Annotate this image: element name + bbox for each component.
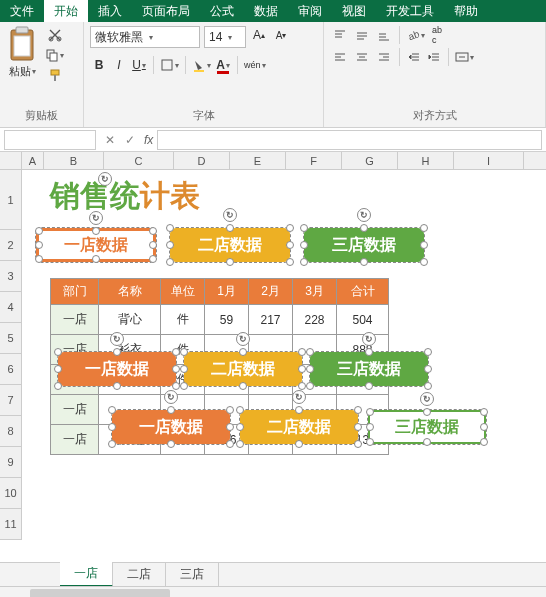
resize-handle[interactable] — [166, 258, 174, 266]
tab-review[interactable]: 审阅 — [288, 0, 332, 22]
tab-view[interactable]: 视图 — [332, 0, 376, 22]
resize-handle[interactable] — [239, 382, 247, 390]
resize-handle[interactable] — [236, 440, 244, 448]
resize-handle[interactable] — [226, 224, 234, 232]
sheet-tab-1[interactable]: 一店 — [60, 562, 113, 587]
resize-handle[interactable] — [354, 406, 362, 414]
format-painter-icon[interactable] — [44, 66, 65, 84]
resize-handle[interactable] — [180, 348, 188, 356]
col-header[interactable]: E — [230, 152, 286, 169]
shrink-font-icon[interactable]: A▾ — [272, 26, 290, 44]
rotate-handle-icon[interactable]: ↻ — [223, 208, 237, 222]
shape-store3-a[interactable]: 三店数据↻ — [304, 228, 424, 262]
resize-handle[interactable] — [366, 423, 374, 431]
resize-handle[interactable] — [306, 382, 314, 390]
tab-insert[interactable]: 插入 — [88, 0, 132, 22]
resize-handle[interactable] — [113, 382, 121, 390]
resize-handle[interactable] — [166, 241, 174, 249]
resize-handle[interactable] — [286, 224, 294, 232]
resize-handle[interactable] — [424, 348, 432, 356]
align-right-icon[interactable] — [374, 48, 394, 66]
resize-handle[interactable] — [226, 406, 234, 414]
row-headers[interactable]: 1234567891011 — [0, 170, 22, 540]
cut-icon[interactable] — [44, 26, 65, 44]
col-header[interactable]: D — [174, 152, 230, 169]
resize-handle[interactable] — [286, 241, 294, 249]
rotate-handle-icon[interactable]: ↻ — [236, 332, 250, 346]
row-header[interactable]: 9 — [0, 447, 21, 478]
resize-handle[interactable] — [298, 365, 306, 373]
fill-color-icon[interactable]: ▾ — [191, 56, 212, 74]
merge-icon[interactable]: ▾ — [454, 48, 475, 66]
resize-handle[interactable] — [108, 406, 116, 414]
resize-handle[interactable] — [35, 227, 43, 235]
font-size-combo[interactable]: 14▾ — [204, 26, 246, 48]
resize-handle[interactable] — [424, 382, 432, 390]
row-header[interactable]: 8 — [0, 416, 21, 447]
resize-handle[interactable] — [54, 348, 62, 356]
font-name-combo[interactable]: 微软雅黑▾ — [90, 26, 200, 48]
tab-dev[interactable]: 开发工具 — [376, 0, 444, 22]
table-header[interactable]: 3月 — [293, 279, 337, 305]
name-box[interactable] — [4, 130, 96, 150]
font-color-icon[interactable]: A▾ — [214, 56, 232, 74]
fx-icon[interactable]: fx — [144, 133, 153, 147]
resize-handle[interactable] — [239, 348, 247, 356]
col-header[interactable]: I — [454, 152, 524, 169]
row-header[interactable]: 5 — [0, 323, 21, 354]
indent-dec-icon[interactable] — [405, 48, 423, 66]
col-header[interactable]: B — [44, 152, 104, 169]
resize-handle[interactable] — [108, 440, 116, 448]
tab-layout[interactable]: 页面布局 — [132, 0, 200, 22]
horizontal-scrollbar[interactable] — [0, 586, 546, 597]
row-header[interactable]: 3 — [0, 261, 21, 292]
resize-handle[interactable] — [354, 423, 362, 431]
row-header[interactable]: 11 — [0, 509, 21, 540]
align-top-icon[interactable] — [330, 26, 350, 44]
shape-store2-a[interactable]: 二店数据↻ — [170, 228, 290, 262]
resize-handle[interactable] — [286, 258, 294, 266]
align-middle-icon[interactable] — [352, 26, 372, 44]
sheet-tab-3[interactable]: 三店 — [166, 563, 219, 586]
row-header[interactable]: 1 — [0, 170, 21, 230]
resize-handle[interactable] — [180, 382, 188, 390]
table-header[interactable]: 1月 — [205, 279, 249, 305]
resize-handle[interactable] — [54, 382, 62, 390]
orientation-icon[interactable]: ab▾ — [405, 26, 426, 44]
table-header[interactable]: 部门 — [51, 279, 99, 305]
formula-bar[interactable] — [157, 130, 542, 150]
resize-handle[interactable] — [366, 408, 374, 416]
shape-store1-c[interactable]: 一店数据↻ — [112, 410, 230, 444]
resize-handle[interactable] — [172, 382, 180, 390]
rotate-handle-icon[interactable]: ↻ — [164, 390, 178, 404]
resize-handle[interactable] — [298, 348, 306, 356]
table-cell[interactable]: 背心 — [99, 305, 161, 335]
resize-handle[interactable] — [365, 348, 373, 356]
bold-icon[interactable]: B — [90, 56, 108, 74]
resize-handle[interactable] — [180, 365, 188, 373]
wrap-text-icon[interactable]: abc — [428, 26, 446, 44]
resize-handle[interactable] — [54, 365, 62, 373]
scrollbar-thumb[interactable] — [30, 589, 170, 597]
resize-handle[interactable] — [226, 258, 234, 266]
resize-handle[interactable] — [298, 382, 306, 390]
shape-store2-b[interactable]: 二店数据↻ — [184, 352, 302, 386]
shape-store3-c[interactable]: 三店数据↻ — [368, 410, 486, 444]
resize-handle[interactable] — [295, 440, 303, 448]
table-cell[interactable]: 228 — [293, 305, 337, 335]
table-header[interactable]: 名称 — [99, 279, 161, 305]
border-icon[interactable]: ▾ — [159, 56, 180, 74]
row-header[interactable]: 10 — [0, 478, 21, 509]
col-header[interactable]: A — [22, 152, 44, 169]
resize-handle[interactable] — [424, 365, 432, 373]
resize-handle[interactable] — [226, 423, 234, 431]
table-cell[interactable]: 件 — [161, 305, 205, 335]
tab-help[interactable]: 帮助 — [444, 0, 488, 22]
resize-handle[interactable] — [300, 224, 308, 232]
rotate-handle-icon[interactable]: ↻ — [357, 208, 371, 222]
resize-handle[interactable] — [423, 408, 431, 416]
italic-icon[interactable]: I — [110, 56, 128, 74]
indent-inc-icon[interactable] — [425, 48, 443, 66]
resize-handle[interactable] — [172, 348, 180, 356]
rotate-handle-icon[interactable]: ↻ — [110, 332, 124, 346]
